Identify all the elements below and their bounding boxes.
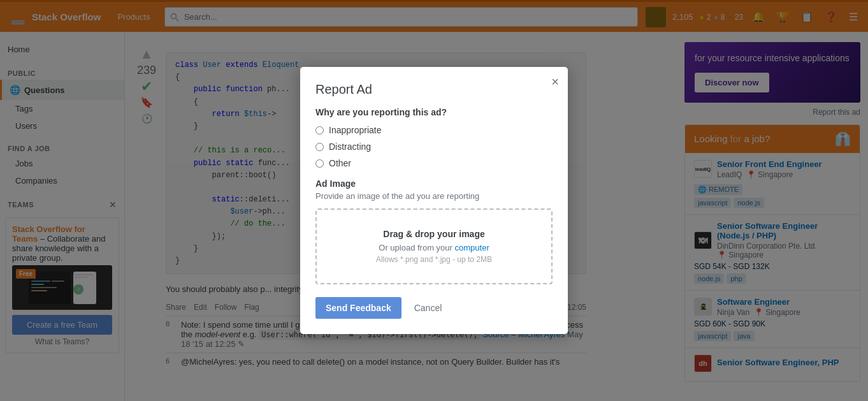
modal-title: Report Ad <box>315 82 553 97</box>
radio-input-other[interactable] <box>315 159 324 168</box>
drop-zone-link[interactable]: computer <box>455 243 489 252</box>
modal-close-button[interactable]: × <box>551 75 559 89</box>
radio-label-other: Other <box>329 158 351 168</box>
drop-zone[interactable]: Drag & drop your image Or upload from yo… <box>315 208 553 284</box>
modal-actions: Send Feedback Cancel <box>315 297 553 319</box>
modal-subtitle: Why are you reporting this ad? <box>315 107 553 117</box>
cancel-button[interactable]: Cancel <box>408 297 449 319</box>
radio-input-distracting[interactable] <box>315 143 324 151</box>
ad-image-title: Ad Image <box>315 179 553 189</box>
report-ad-modal: × Report Ad Why are you reporting this a… <box>300 67 568 334</box>
radio-label-inappropriate: Inappropriate <box>329 125 382 135</box>
ad-image-desc: Provide an image of the ad you are repor… <box>315 191 553 201</box>
drop-sub-text: Or upload from your <box>379 243 452 252</box>
radio-label-distracting: Distracting <box>329 142 371 152</box>
radio-input-inappropriate[interactable] <box>315 126 324 135</box>
radio-inappropriate[interactable]: Inappropriate <box>315 125 553 135</box>
radio-other[interactable]: Other <box>315 158 553 168</box>
drop-zone-title: Drag & drop your image <box>329 229 539 239</box>
send-feedback-button[interactable]: Send Feedback <box>315 297 401 319</box>
drop-zone-sub: Or upload from your computer <box>329 243 539 252</box>
radio-distracting[interactable]: Distracting <box>315 142 553 152</box>
modal-overlay[interactable]: × Report Ad Why are you reporting this a… <box>0 0 868 401</box>
drop-zone-note: Allows *.png and *.jpg - up to 2MB <box>329 255 539 264</box>
